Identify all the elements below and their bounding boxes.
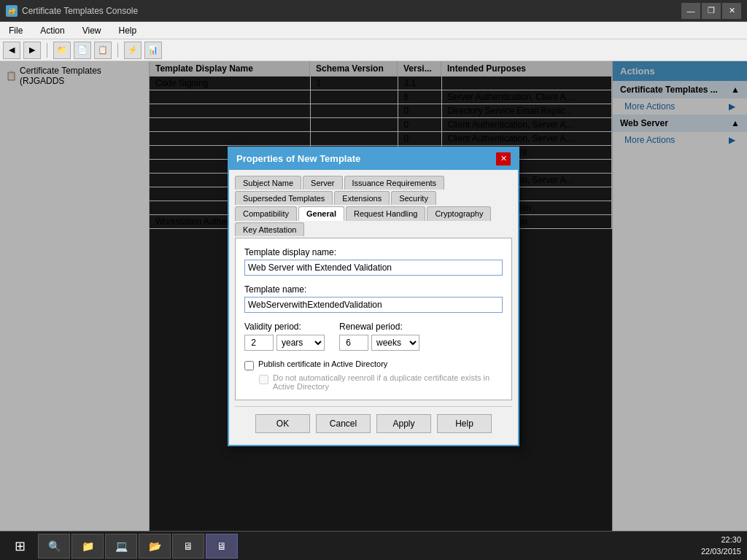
no-autoenroll-checkbox[interactable]: [259, 375, 268, 384]
renewal-period-group: Renewal period: hours days weeks months: [339, 322, 419, 351]
back-button[interactable]: ◀: [3, 42, 20, 59]
taskbar: ⊞ 🔍 📁 💻 📂 🖥 🖥 22:30 22/03/2015: [0, 531, 747, 560]
toolbar: ◀ ▶ 📁 📄 📋 ⚡ 📊: [0, 39, 747, 61]
ok-button[interactable]: OK: [255, 414, 310, 433]
period-row: Validity period: hours days weeks months: [244, 322, 503, 351]
view-btn-1[interactable]: 📁: [53, 42, 71, 59]
taskbar-mmc[interactable]: 🖥: [206, 534, 238, 559]
tab-row-2: Superseded Templates Extensions Security: [235, 191, 512, 205]
tab-cryptography[interactable]: Cryptography: [427, 206, 491, 221]
template-display-input[interactable]: [244, 260, 503, 276]
menu-file[interactable]: File: [3, 24, 28, 37]
menu-action[interactable]: Action: [34, 24, 70, 37]
forward-button[interactable]: ▶: [23, 42, 41, 59]
validity-period-inputs: hours days weeks months years: [244, 335, 325, 351]
toolbar-separator-2: [117, 43, 118, 58]
minimize-button[interactable]: —: [681, 3, 700, 19]
menu-help[interactable]: Help: [113, 24, 143, 37]
taskbar-search[interactable]: 🔍: [38, 534, 70, 559]
start-button[interactable]: ⊞: [3, 533, 36, 559]
view-btn-2[interactable]: 📄: [74, 42, 91, 59]
template-name-group: Template name:: [244, 284, 503, 313]
clock-time: 22:30: [701, 534, 741, 545]
tab-row-1: Subject Name Server Issuance Requirement…: [235, 176, 512, 190]
action-btn[interactable]: ⚡: [124, 42, 142, 59]
renewal-period-inputs: hours days weeks months years: [339, 335, 419, 351]
tab-compatibility[interactable]: Compatibility: [235, 206, 297, 221]
properties-dialog: Properties of New Template ✕ Subject Nam…: [228, 147, 519, 446]
tab-extensions[interactable]: Extensions: [334, 191, 390, 205]
no-autoenroll-checkbox-item: Do not automatically reenroll if a dupli…: [259, 373, 503, 391]
modal-overlay: Properties of New Template ✕ Subject Nam…: [0, 61, 747, 531]
validity-period-value[interactable]: [244, 335, 274, 351]
app-area: 📋 Certificate Templates (RJGADDS Templat…: [0, 61, 747, 531]
dialog-footer: OK Cancel Apply Help: [235, 406, 512, 439]
tab-issuance-requirements[interactable]: Issuance Requirements: [344, 176, 445, 190]
title-bar: 🔐 Certificate Templates Console — ❐ ✕: [0, 0, 747, 22]
renewal-period-label: Renewal period:: [339, 322, 419, 332]
tab-row-3: Compatibility General Request Handling C…: [235, 206, 512, 236]
taskbar-right: 22:30 22/03/2015: [701, 534, 744, 557]
tab-general[interactable]: General: [298, 206, 344, 221]
template-display-group: Template display name:: [244, 247, 503, 276]
tab-request-handling[interactable]: Request Handling: [346, 206, 425, 221]
template-display-label: Template display name:: [244, 247, 503, 257]
tab-server[interactable]: Server: [303, 176, 342, 190]
publish-checkbox-item: Publish certificate in Active Directory: [244, 359, 503, 370]
window-controls: — ❐ ✕: [681, 3, 741, 19]
checkbox-group: Publish certificate in Active Directory …: [244, 359, 503, 391]
apply-button[interactable]: Apply: [376, 414, 431, 433]
taskbar-cmd[interactable]: 🖥: [172, 534, 204, 559]
renewal-period-value[interactable]: [339, 335, 368, 351]
no-autoenroll-label: Do not automatically reenroll if a dupli…: [273, 373, 503, 391]
publish-label: Publish certificate in Active Directory: [258, 359, 387, 368]
app-container: 🔐 Certificate Templates Console — ❐ ✕ Fi…: [0, 0, 747, 560]
publish-checkbox[interactable]: [244, 361, 254, 370]
dialog-close-button[interactable]: ✕: [496, 152, 511, 166]
taskbar-explorer[interactable]: 📁: [71, 534, 104, 559]
clock-date: 22/03/2015: [701, 546, 741, 557]
tab-subject-name[interactable]: Subject Name: [235, 176, 301, 190]
system-clock: 22:30 22/03/2015: [701, 534, 741, 557]
content-area: 📋 Certificate Templates (RJGADDS Templat…: [0, 61, 747, 531]
tab-key-attestation[interactable]: Key Attestation: [235, 222, 304, 236]
close-button[interactable]: ✕: [722, 3, 741, 19]
title-bar-left: 🔐 Certificate Templates Console: [6, 5, 138, 17]
window-title: Certificate Templates Console: [22, 6, 138, 16]
menu-bar: File Action View Help: [0, 22, 747, 39]
validity-period-group: Validity period: hours days weeks months: [244, 322, 325, 351]
template-name-label: Template name:: [244, 284, 503, 295]
toolbar-separator-1: [47, 43, 47, 58]
menu-view[interactable]: View: [77, 24, 107, 37]
dialog-body: Subject Name Server Issuance Requirement…: [229, 170, 518, 445]
maximize-button[interactable]: ❐: [702, 3, 721, 19]
template-name-input[interactable]: [244, 297, 503, 313]
tab-content-general: Template display name: Template name:: [235, 238, 512, 400]
validity-period-unit[interactable]: hours days weeks months years: [276, 335, 325, 351]
dialog-title-bar: Properties of New Template ✕: [229, 148, 518, 170]
help-button[interactable]: Help: [437, 414, 492, 433]
taskbar-folder[interactable]: 📂: [139, 534, 171, 559]
taskbar-ie[interactable]: 💻: [105, 534, 137, 559]
view-btn-3[interactable]: 📋: [94, 42, 112, 59]
dialog-title: Properties of New Template: [236, 153, 360, 164]
report-btn[interactable]: 📊: [144, 42, 162, 59]
tab-security[interactable]: Security: [391, 191, 436, 205]
renewal-period-unit[interactable]: hours days weeks months years: [371, 335, 419, 351]
cancel-button[interactable]: Cancel: [316, 414, 371, 433]
app-icon: 🔐: [6, 5, 18, 17]
tab-superseded-templates[interactable]: Superseded Templates: [235, 191, 333, 205]
validity-period-label: Validity period:: [244, 322, 325, 332]
